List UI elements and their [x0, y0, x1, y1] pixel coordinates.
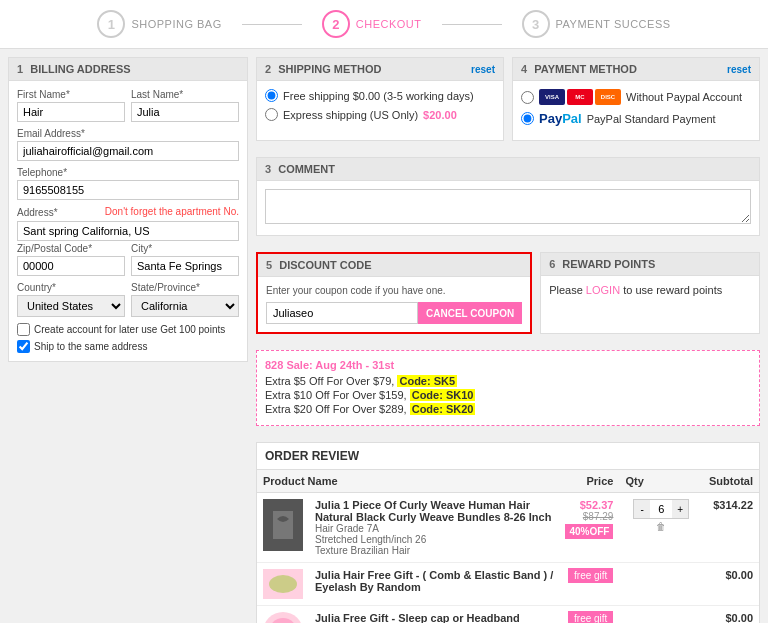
discount-badge-1: 40%OFF [565, 524, 613, 539]
state-group: State/Province* California [131, 282, 239, 317]
reward-title: REWARD POINTS [562, 258, 655, 270]
ship-same-checkbox[interactable] [17, 340, 30, 353]
zip-input[interactable] [17, 256, 125, 276]
reward-section: 6 REWARD POINTS Please LOGIN to use rewa… [540, 252, 760, 334]
discount-title: DISCOUNT CODE [279, 259, 371, 271]
discount-reward-row: 5 DISCOUNT CODE Enter your coupon code i… [256, 252, 760, 342]
express-shipping-radio[interactable] [265, 108, 278, 121]
shipping-reset[interactable]: reset [471, 64, 495, 75]
country-group: Country* United States [17, 282, 125, 317]
qty-input[interactable] [650, 503, 672, 515]
promo-code-2: Code: SK10 [410, 389, 476, 401]
first-name-group: First Name* [17, 89, 125, 122]
express-shipping-price: $20.00 [423, 109, 457, 121]
coupon-input[interactable] [266, 302, 418, 324]
col-subtotal: Subtotal [703, 470, 759, 493]
promo-box: 828 Sale: Aug 24th - 31st Extra $5 Off F… [256, 350, 760, 426]
telephone-group: Telephone* [17, 167, 239, 200]
step-divider-2 [442, 24, 502, 25]
comment-body [257, 181, 759, 235]
col-product: Product Name [257, 470, 559, 493]
last-name-input[interactable] [131, 102, 239, 122]
qty-decrease-btn[interactable]: - [634, 500, 650, 518]
reward-body: Please LOGIN to use reward points [541, 276, 759, 304]
order-review-section: ORDER REVIEW Product Name Price Qty Subt… [256, 442, 760, 623]
remove-item-btn[interactable]: 🗑 [625, 521, 697, 532]
billing-header: 1 BILLING ADDRESS [9, 58, 247, 81]
gift-qty-cell-2 [619, 606, 703, 624]
free-shipping-row: Free shipping $0.00 (3-5 working days) [265, 89, 495, 102]
reward-text2: to use reward points [620, 284, 722, 296]
svg-point-2 [269, 618, 297, 623]
city-input[interactable] [131, 256, 239, 276]
billing-num: 1 [17, 63, 23, 75]
gift-name-1: Julia Hair Free Gift - ( Comb & Elastic … [315, 569, 553, 593]
product-info-cell: Julia 1 Piece Of Curly Weave Human Hair … [309, 493, 559, 563]
last-name-group: Last Name* [131, 89, 239, 122]
step-1-label: SHOPPING BAG [131, 18, 221, 30]
comment-textarea[interactable] [265, 189, 751, 224]
step-2: 2 CHECKOUT [302, 10, 442, 38]
product-thumbnail [263, 499, 303, 551]
create-account-row: Create account for later use Get 100 poi… [17, 323, 239, 336]
ship-same-label: Ship to the same address [34, 341, 147, 352]
comment-section: 3 COMMENT [256, 157, 760, 236]
original-price-1: $87.29 [565, 511, 613, 522]
comment-header: 3 COMMENT [257, 158, 759, 181]
shipping-section: 2 SHIPPING METHOD reset Free shipping $0… [256, 57, 504, 141]
paypal-label: PayPal Standard Payment [587, 113, 716, 125]
country-select[interactable]: United States [17, 295, 125, 317]
discount-section: 5 DISCOUNT CODE Enter your coupon code i… [256, 252, 532, 334]
gift-thumbnail-1 [263, 569, 303, 599]
country-label: Country* [17, 282, 125, 293]
reward-text: Please [549, 284, 586, 296]
step-1-circle: 1 [97, 10, 125, 38]
telephone-input[interactable] [17, 180, 239, 200]
billing-section: 1 BILLING ADDRESS First Name* Last Name*… [8, 57, 248, 362]
payment-header: 4 PAYMENT METHOD reset [513, 58, 759, 81]
payment-body: VISA MC DISC Without Paypal Account PayP… [513, 81, 759, 140]
address-label: Address* [17, 207, 58, 218]
paypal-row: PayPal PayPal Standard Payment [521, 111, 751, 126]
qty-control: - + [633, 499, 689, 519]
shipping-title: SHIPPING METHOD [278, 63, 381, 75]
create-account-checkbox[interactable] [17, 323, 30, 336]
zip-label: Zip/Postal Code* [17, 243, 125, 254]
address-input[interactable] [17, 221, 239, 241]
step-2-label: CHECKOUT [356, 18, 422, 30]
left-column: 1 BILLING ADDRESS First Name* Last Name*… [8, 57, 248, 623]
product-price-cell: $52.37 $87.29 40%OFF [559, 493, 619, 563]
paypal-logo: PayPal [539, 111, 582, 126]
discount-header: 5 DISCOUNT CODE [258, 254, 530, 277]
email-group: Email Address* [17, 128, 239, 161]
zip-group: Zip/Postal Code* [17, 243, 125, 276]
promo-code-1: Code: SK5 [397, 375, 457, 387]
gift-subtotal-1: $0.00 [703, 563, 759, 606]
paypal-radio[interactable] [521, 112, 534, 125]
first-name-input[interactable] [17, 102, 125, 122]
step-3: 3 PAYMENT SUCCESS [502, 10, 691, 38]
no-paypal-radio[interactable] [521, 91, 534, 104]
gift-price-cell-1: free gift [559, 563, 619, 606]
product-name-1: Julia 1 Piece Of Curly Weave Human Hair … [315, 499, 553, 523]
payment-section: 4 PAYMENT METHOD reset VISA MC DISC With… [512, 57, 760, 141]
payment-reset[interactable]: reset [727, 64, 751, 75]
free-shipping-radio[interactable] [265, 89, 278, 102]
step-divider-1 [242, 24, 302, 25]
cancel-coupon-button[interactable]: CANCEL COUPON [418, 302, 522, 324]
gift-thumb-cell-2 [257, 606, 309, 624]
billing-body: First Name* Last Name* Email Address* Te… [9, 81, 247, 361]
promo-title: 828 Sale: Aug 24th - 31st [265, 359, 751, 371]
email-input[interactable] [17, 141, 239, 161]
gift-image-icon-1 [268, 574, 298, 594]
gift-qty-cell-1 [619, 563, 703, 606]
promo-code-3: Code: SK20 [410, 403, 476, 415]
state-select[interactable]: California [131, 295, 239, 317]
city-label: City* [131, 243, 239, 254]
reward-login-link[interactable]: LOGIN [586, 284, 620, 296]
product-subtotal-cell: $314.22 [703, 493, 759, 563]
shipping-body: Free shipping $0.00 (3-5 working days) E… [257, 81, 503, 135]
zip-city-row: Zip/Postal Code* City* [17, 243, 239, 276]
discount-desc: Enter your coupon code if you have one. [266, 285, 522, 296]
qty-increase-btn[interactable]: + [672, 500, 688, 518]
